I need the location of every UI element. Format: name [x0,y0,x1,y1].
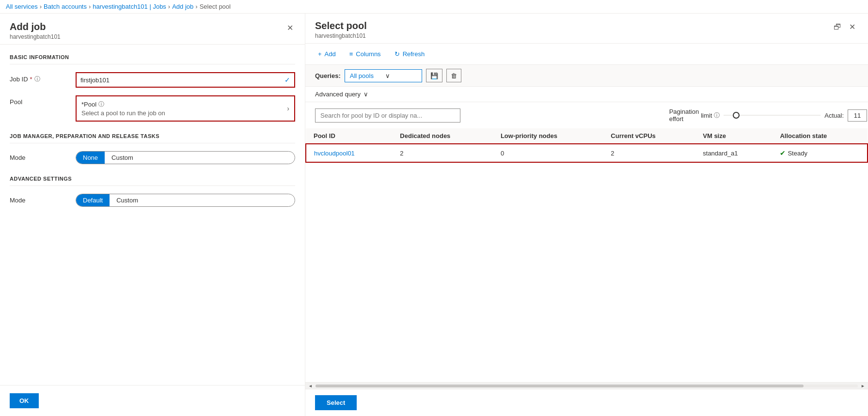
pagination-slider[interactable] [724,115,821,116]
col-vm-size: VM size [695,128,772,144]
queries-selected: All pools [350,72,381,79]
table-controls: Pagination effort limit ⓘ Actual: 11 ⓘ [305,102,868,128]
pagination-info-icon[interactable]: ⓘ [714,111,720,120]
cell-vm-size: standard_a1 [695,144,772,162]
left-panel-close-button[interactable]: ✕ [285,21,295,34]
table-row[interactable]: hvcloudpool01 2 0 2 standard_a1 ✔ Steady [306,144,868,162]
columns-button[interactable]: ≡ Columns [347,48,384,60]
advanced-settings-section: ADVANCED SETTINGS Mode Default Custom [10,176,295,207]
pool-label-text: Pool [10,98,22,106]
job-id-input[interactable] [80,77,284,84]
breadcrumb-all-services[interactable]: All services [6,3,38,10]
pool-label: Pool [10,95,68,106]
cell-current-vcpus: 2 [603,144,695,162]
pagination-info: Pagination effort limit ⓘ Actual: 11 ⓘ [669,108,858,123]
advanced-mode-default-button[interactable]: Default [76,194,110,206]
breadcrumb: All services › Batch accounts › harvesti… [0,0,868,14]
basic-info-section: BASIC INFORMATION Job ID * ⓘ ✓ [10,54,295,122]
right-panel-toolbar: + Add ≡ Columns ↻ Refresh [305,44,868,65]
select-button[interactable]: Select [315,395,357,410]
right-panel-title: Select pool [315,20,367,31]
delete-icon: 🗑 [451,72,457,79]
job-manager-mode-row: Mode None Custom [10,151,295,164]
breadcrumb-batch-accounts[interactable]: Batch accounts [44,3,87,10]
advanced-mode-label: Mode [10,194,68,204]
job-manager-mode-custom-button[interactable]: Custom [105,152,140,164]
right-panel-restore-button[interactable]: 🗗 [831,20,844,33]
pool-row: Pool *Pool ⓘ Select a pool to run the jo… [10,95,295,122]
steady-dot-icon: ✔ [780,149,786,157]
scroll-right-button[interactable]: ► [860,384,866,388]
horizontal-scrollbar-track [316,385,858,387]
job-id-label: Job ID * ⓘ [10,72,68,83]
left-panel-subtitle: harvestingbatch101 [10,33,61,40]
ok-button[interactable]: OK [10,393,39,408]
job-id-info-icon[interactable]: ⓘ [34,75,40,83]
actual-label: Actual: [824,112,844,119]
advanced-query-label: Advanced query [315,91,361,98]
advanced-mode-control: Default Custom [76,194,295,207]
cell-allocation-state: ✔ Steady [772,144,868,162]
job-manager-mode-toggle: None Custom [76,151,295,164]
pool-table: Pool ID Dedicated nodes Low-priority nod… [305,128,868,163]
job-manager-mode-label: Mode [10,151,68,161]
advanced-mode-custom-button[interactable]: Custom [110,194,145,206]
advanced-mode-label-text: Mode [10,197,26,204]
job-manager-section-label: JOB MANAGER, PREPARATION AND RELEASE TAS… [10,133,295,143]
left-panel-title: Add job [10,21,61,32]
queries-save-button[interactable]: 💾 [426,69,442,82]
add-label: Add [325,50,336,58]
queries-delete-button[interactable]: 🗑 [446,69,461,82]
pool-selector[interactable]: *Pool ⓘ Select a pool to run the job on … [76,95,295,122]
job-id-label-text: Job ID [10,76,28,83]
advanced-settings-section-label: ADVANCED SETTINGS [10,176,295,186]
pool-table-body: hvcloudpool01 2 0 2 standard_a1 ✔ Steady [306,144,868,162]
refresh-label: Refresh [403,50,425,58]
basic-info-section-label: BASIC INFORMATION [10,54,295,64]
refresh-button[interactable]: ↻ Refresh [392,48,428,60]
breadcrumb-current: Select pool [200,3,231,10]
right-panel-header-actions: 🗗 ✕ [831,20,858,33]
right-panel-close-button[interactable]: ✕ [846,20,858,33]
queries-dropdown[interactable]: All pools ∨ [345,69,422,82]
breadcrumb-sep-1: › [40,3,42,10]
pool-search-input[interactable] [315,108,460,123]
pool-table-header: Pool ID Dedicated nodes Low-priority nod… [306,128,868,144]
breadcrumb-sep-3: › [168,3,170,10]
breadcrumb-sep-4: › [195,3,197,10]
breadcrumb-account[interactable]: harvestingbatch101 | Jobs [93,3,166,10]
advanced-mode-row: Mode Default Custom [10,194,295,207]
add-button[interactable]: + Add [315,48,339,60]
pool-control-wrap: *Pool ⓘ Select a pool to run the job on … [76,95,295,122]
scroll-left-button[interactable]: ◄ [307,384,314,388]
col-current-vcpus: Current vCPUs [603,128,695,144]
pool-info-icon[interactable]: ⓘ [98,100,104,108]
queries-bar: Queries: All pools ∨ 💾 🗑 [305,65,868,87]
job-manager-section: JOB MANAGER, PREPARATION AND RELEASE TAS… [10,133,295,164]
pool-table-wrap: Pool ID Dedicated nodes Low-priority nod… [305,128,868,382]
advanced-query-chevron-icon: ∨ [363,91,368,98]
cell-pool-id: hvcloudpool01 [306,144,392,162]
left-panel: Add job harvestingbatch101 ✕ BASIC INFOR… [0,14,305,416]
pool-required-label: *Pool ⓘ [81,100,165,108]
col-pool-id: Pool ID [306,128,392,144]
actual-value: 11 [848,109,867,122]
refresh-icon: ↻ [395,50,400,58]
pool-id-link[interactable]: hvcloudpool01 [314,150,355,157]
job-manager-mode-none-button[interactable]: None [76,152,105,164]
job-id-control-wrap: ✓ [76,72,295,88]
columns-icon: ≡ [349,50,353,58]
advanced-mode-toggle: Default Custom [76,194,295,207]
horizontal-scrollbar-area: ◄ ► [305,382,868,389]
job-id-check-icon: ✓ [284,76,290,84]
advanced-query-bar[interactable]: Advanced query ∨ [305,87,868,102]
left-panel-footer: OK [0,385,305,416]
pool-hint: Select a pool to run the job on [81,109,165,117]
job-id-input-box: ✓ [76,72,295,88]
right-panel-footer: Select [305,389,868,416]
right-panel-header: Select pool harvestingbatch101 🗗 ✕ [305,14,868,44]
breadcrumb-add-job[interactable]: Add job [172,3,193,10]
cell-low-priority-nodes: 0 [493,144,603,162]
right-panel: Select pool harvestingbatch101 🗗 ✕ + Add… [305,14,868,416]
horizontal-scrollbar-thumb[interactable] [316,385,804,387]
